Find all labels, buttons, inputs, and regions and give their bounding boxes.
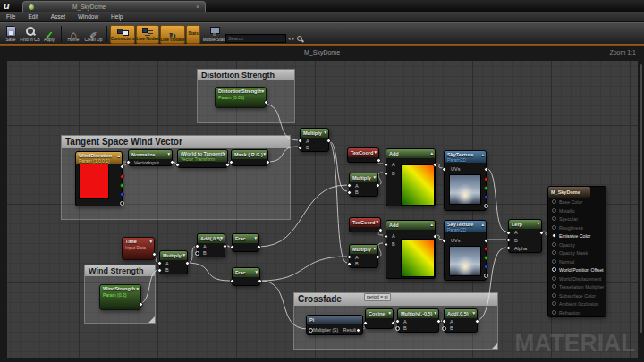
toolbar-button-home[interactable]: Home (64, 25, 82, 44)
output-pin[interactable] (484, 256, 488, 260)
menu-window[interactable]: Window (72, 12, 105, 21)
output-pin[interactable] (484, 177, 488, 181)
output-pin[interactable] (258, 279, 262, 283)
graph-canvas[interactable]: MATERIAL Distortion StrengthTangent Spac… (0, 46, 644, 362)
input-pin[interactable] (384, 163, 388, 167)
input-pin[interactable] (395, 326, 400, 331)
chevron-down-icon[interactable]: ▾ (136, 285, 139, 293)
node-multiply-pan-2[interactable]: Multiply▾AB (349, 244, 378, 268)
input-pin[interactable] (506, 246, 511, 250)
output-pin[interactable] (484, 274, 488, 278)
input-pin[interactable] (347, 255, 352, 259)
material-input-pin[interactable] (552, 199, 556, 204)
node-add-uv-1[interactable]: Add▴AB (386, 148, 436, 206)
output-pin[interactable] (484, 204, 488, 208)
node-frac-2[interactable]: Frac▾ (232, 267, 260, 286)
output-pin[interactable] (484, 239, 488, 243)
search-magnifier-icon[interactable] (296, 35, 304, 43)
node-distortion-strength-param[interactable]: DistortionStrength▾Param (0.05) (215, 87, 267, 108)
toolbar-button-connectors[interactable]: Connectors (110, 25, 135, 44)
menu-edit[interactable]: Edit (21, 12, 44, 21)
input-pin[interactable] (175, 163, 180, 167)
chevron-icon[interactable]: ▴ (117, 152, 120, 160)
output-pin[interactable] (139, 302, 143, 307)
material-input-pin[interactable] (552, 259, 556, 264)
input-pin[interactable] (229, 160, 233, 164)
output-pin[interactable] (356, 328, 360, 333)
input-pin[interactable] (195, 244, 199, 248)
node-material-output[interactable]: M_SkyDomeBase ColorMetallicSpecularRough… (547, 186, 606, 317)
node-add-half-out[interactable]: Add(,0.5)▾AB (444, 308, 478, 333)
chevron-icon[interactable]: ▾ (223, 150, 225, 158)
toolbar-button-live-update[interactable]: Live Update (160, 25, 185, 44)
input-pin[interactable] (442, 239, 446, 243)
material-input-pin[interactable] (552, 284, 556, 289)
chevron-down-icon[interactable]: ▾ (149, 238, 152, 246)
chevron-icon[interactable]: ▾ (324, 129, 326, 137)
toolbar-button-mobile-stats[interactable]: Mobile Stats (201, 25, 228, 44)
input-pin[interactable] (347, 190, 352, 195)
input-pin[interactable] (126, 160, 131, 164)
toolbar-button-clean-up[interactable]: Clean Up (83, 25, 104, 44)
node-multiply-distortion[interactable]: Multiply▾AB (300, 128, 329, 152)
node-multiply-neg-half[interactable]: Multiply(,-0.5)▾AB (397, 308, 439, 333)
input-pin[interactable] (298, 146, 302, 150)
material-input-pin[interactable] (552, 310, 556, 315)
node-multiply-time[interactable]: Multiply▾AB (159, 250, 188, 274)
chevron-icon[interactable]: ▾ (376, 218, 378, 226)
input-pin[interactable] (363, 321, 368, 325)
material-input-pin[interactable] (552, 208, 556, 213)
node-multiply-pan-1[interactable]: Multiply▾AB (349, 173, 378, 197)
material-input-pin[interactable] (552, 233, 556, 238)
node-frac-1[interactable]: Frac▾ (232, 233, 259, 252)
input-pin[interactable] (442, 326, 446, 331)
search-prev-icon[interactable]: ◂ (288, 36, 291, 41)
output-pin[interactable] (433, 163, 437, 167)
output-pin[interactable] (120, 183, 124, 188)
toolbar-button-find-in-cb[interactable]: Find in CB (21, 25, 39, 44)
input-pin[interactable] (347, 262, 352, 266)
material-input-pin[interactable] (552, 276, 556, 281)
node-add-uv-2[interactable]: Add▴AB (386, 220, 436, 279)
input-pin[interactable] (347, 183, 352, 188)
node-time[interactable]: Time▾Input Data (122, 237, 155, 260)
input-pin[interactable] (442, 319, 446, 324)
material-input-pin[interactable] (552, 216, 556, 221)
comment-resize-handle[interactable] (148, 316, 155, 323)
input-pin[interactable] (395, 319, 400, 324)
output-pin[interactable] (378, 228, 383, 232)
node-sky-texture-1[interactable]: SkyTexture▴Param2DUVs (444, 150, 487, 211)
chevron-icon[interactable]: ▾ (472, 309, 475, 317)
input-pin[interactable] (384, 234, 388, 239)
output-pin[interactable] (120, 201, 124, 206)
chevron-icon[interactable]: ▾ (182, 251, 185, 259)
output-pin[interactable] (484, 265, 488, 269)
toolbar-button-save[interactable]: Save (2, 25, 20, 44)
chevron-icon[interactable]: ▾ (388, 309, 391, 317)
chevron-icon[interactable]: ▾ (373, 245, 376, 253)
output-pin[interactable] (433, 234, 437, 239)
search-input[interactable] (225, 34, 286, 43)
input-pin[interactable] (230, 245, 234, 249)
chevron-icon[interactable]: ▴ (481, 151, 484, 159)
output-pin[interactable] (484, 186, 488, 190)
input-pin[interactable] (195, 251, 199, 256)
output-pin[interactable] (484, 167, 488, 172)
input-pin[interactable] (506, 231, 511, 235)
output-pin[interactable] (257, 245, 261, 249)
material-input-pin[interactable] (552, 301, 556, 306)
chevron-icon[interactable]: ▾ (374, 148, 377, 156)
node-sky-texture-2[interactable]: SkyTexture▴Param2DUVs (444, 220, 487, 281)
menu-file[interactable]: File (0, 12, 21, 21)
output-pin[interactable] (326, 139, 331, 143)
chevron-icon[interactable]: ▴ (481, 221, 484, 229)
output-pin[interactable] (120, 164, 124, 169)
chevron-icon[interactable]: ▾ (537, 220, 539, 228)
input-pin[interactable] (298, 139, 302, 143)
output-pin[interactable] (120, 192, 124, 197)
chevron-icon[interactable]: ▾ (220, 234, 223, 242)
node-mask-rg[interactable]: Mask ( R G )▾ (231, 149, 268, 166)
input-pin[interactable] (384, 242, 388, 247)
input-pin[interactable] (442, 167, 446, 172)
menu-asset[interactable]: Asset (45, 12, 72, 21)
